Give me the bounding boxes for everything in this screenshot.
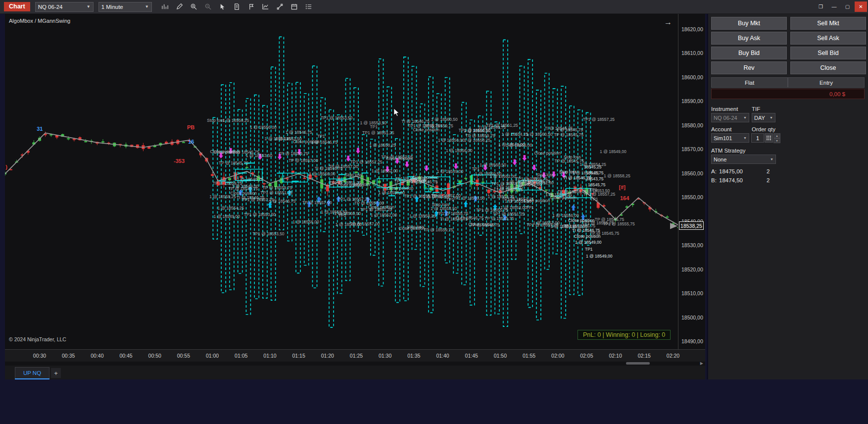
zoom-in-icon[interactable] xyxy=(188,1,200,12)
chart-trader-panel: Buy Mkt Sell Mkt Buy Ask Sell Ask Buy Bi… xyxy=(707,14,868,379)
instrument-dropdown[interactable]: NQ 06-24▼ xyxy=(711,113,749,122)
buy-mkt-button[interactable]: Buy Mkt xyxy=(711,17,787,30)
price-tick: 18570,00 xyxy=(681,146,703,152)
h-scrollbar-thumb[interactable] xyxy=(626,362,650,365)
instrument-select[interactable]: NQ 06-24 ▼ xyxy=(35,2,94,12)
window-maximize-icon[interactable]: ▢ xyxy=(841,1,854,12)
buy-ask-button[interactable]: Buy Ask xyxy=(711,32,787,45)
price-axis[interactable]: 18538,25 18620,0018610,0018600,0018590,0… xyxy=(678,14,705,349)
svg-text:Close position: Close position xyxy=(398,226,425,231)
cursor-tool-icon[interactable] xyxy=(216,1,229,12)
drawing-line-icon[interactable] xyxy=(274,1,286,12)
svg-text:1 @ 18552,00: 1 @ 18552,00 xyxy=(371,212,397,217)
current-price-label: 18538,25 xyxy=(679,221,704,230)
bid-price: 18474,50 xyxy=(719,177,743,183)
svg-text:TP1 @ 18555,75: TP1 @ 18555,75 xyxy=(408,123,440,128)
svg-text:TP1 @ 18553,50: TP1 @ 18553,50 xyxy=(453,196,485,201)
ask-price: 18475,00 xyxy=(719,168,743,174)
window-minimize-icon[interactable]: — xyxy=(828,1,840,12)
time-tick: 01:50 xyxy=(494,353,507,359)
time-axis[interactable]: 00:3000:3500:4000:4500:5000:5501:0001:05… xyxy=(5,349,705,362)
svg-text:1 @ 18556,00: 1 @ 18556,00 xyxy=(292,219,319,224)
indicator-overlay-label: AlgoMbox / MGannSwing xyxy=(9,18,70,24)
svg-text:1 @ 18556,00: 1 @ 18556,00 xyxy=(309,171,336,176)
qty-spinner[interactable]: ▲▼ xyxy=(773,133,780,143)
time-tick: 01:20 xyxy=(321,353,334,359)
svg-text:TI @ 18546,75: TI @ 18546,75 xyxy=(572,228,600,233)
qty-grid-icon[interactable] xyxy=(765,133,773,143)
svg-text:TP @ 18559,75: TP @ 18559,75 xyxy=(263,185,292,190)
scroll-right-icon[interactable]: ▶ xyxy=(700,361,703,366)
collapse-arrow-icon[interactable]: → xyxy=(664,18,672,27)
indicators-icon[interactable] xyxy=(259,1,272,12)
flat-indicator[interactable]: Flat xyxy=(711,77,788,88)
account-dropdown-value: Sim101 xyxy=(714,135,732,141)
svg-text:TP1 @ 18553,50: TP1 @ 18553,50 xyxy=(321,115,353,120)
svg-text:TP1: TP1 xyxy=(317,134,325,139)
svg-text:Close position: Close position xyxy=(524,198,550,203)
properties-list-icon[interactable] xyxy=(302,1,315,12)
svg-text:TP1 @ 18553,50: TP1 @ 18553,50 xyxy=(244,212,276,217)
svg-text:TP @ 18559,75: TP @ 18559,75 xyxy=(466,133,495,138)
sell-ask-button[interactable]: Sell Ask xyxy=(790,32,866,45)
toolbar-icons xyxy=(159,1,315,12)
time-tick: 00:30 xyxy=(33,353,46,359)
svg-text:1 @ 18549,00: 1 @ 18549,00 xyxy=(575,240,602,245)
svg-text:1 @ 18549,00: 1 @ 18549,00 xyxy=(586,254,613,259)
window-close-icon[interactable]: ✕ xyxy=(855,1,867,12)
sessions-icon[interactable] xyxy=(288,1,300,12)
buy-bid-button[interactable]: Buy Bid xyxy=(711,47,787,59)
chart-menu-button[interactable]: Chart xyxy=(4,2,30,11)
svg-text:Close position: Close position xyxy=(386,156,413,161)
sell-mkt-button[interactable]: Sell Mkt xyxy=(790,17,866,30)
h-scrollbar: ▶ xyxy=(5,362,705,366)
chevron-down-icon: ▼ xyxy=(770,158,773,161)
svg-text:1 @ 18554,25: 1 @ 18554,25 xyxy=(217,206,244,211)
svg-text:1 @ 18560,50: 1 @ 18560,50 xyxy=(431,117,458,122)
chart-area[interactable]: Close positionTP11 @ 18549,00TI @ 18546,… xyxy=(5,14,678,349)
time-tick: 01:45 xyxy=(465,353,478,359)
tif-dropdown-value: DAY xyxy=(754,115,765,121)
time-tick: 00:50 xyxy=(148,353,161,359)
svg-text:Close position: Close position xyxy=(368,205,395,210)
svg-text:TP1 @ 18551,25: TP1 @ 18551,25 xyxy=(362,130,394,135)
instrument-dropdown-value: NQ 06-24 xyxy=(714,115,737,121)
svg-text:1 @ 18558,25: 1 @ 18558,25 xyxy=(223,118,249,123)
sell-bid-button[interactable]: Sell Bid xyxy=(790,47,866,59)
draw-tool-icon[interactable] xyxy=(173,1,186,12)
snapshot-icon[interactable] xyxy=(245,1,257,12)
close-position-button[interactable]: Close xyxy=(790,61,866,74)
chart-style-icon[interactable] xyxy=(159,1,171,12)
entry-indicator[interactable]: Entry xyxy=(788,77,865,88)
svg-text:1 @ 18552,00: 1 @ 18552,00 xyxy=(500,205,527,210)
window-restore-icon[interactable]: ❐ xyxy=(815,1,827,12)
svg-text:16: 16 xyxy=(188,139,194,145)
qty-down-icon[interactable]: ▼ xyxy=(773,138,780,143)
price-tick: 18490,00 xyxy=(681,338,703,344)
ask-label: A: xyxy=(711,168,717,174)
qty-up-icon[interactable]: ▲ xyxy=(773,133,780,138)
svg-text:1 @ 18556,00: 1 @ 18556,00 xyxy=(438,138,465,143)
price-tick: 18620,00 xyxy=(681,26,703,32)
svg-text:TI @ 18546,75: TI @ 18546,75 xyxy=(545,126,573,131)
price-chart-canvas[interactable]: Close positionTP11 @ 18549,00TI @ 18546,… xyxy=(5,14,678,349)
account-dropdown[interactable]: Sim101▼ xyxy=(711,133,749,143)
svg-text:1 @ 18558,25: 1 @ 18558,25 xyxy=(464,138,491,143)
atm-strategy-dropdown[interactable]: None▼ xyxy=(711,155,776,164)
reverse-button[interactable]: Rev xyxy=(711,61,787,74)
chevron-down-icon: ▼ xyxy=(743,136,747,140)
svg-text:-353: -353 xyxy=(174,158,185,164)
add-tab-button[interactable]: + xyxy=(51,368,61,378)
period-select[interactable]: 1 Minute ▼ xyxy=(98,2,152,12)
svg-text:1 @ 18554,25: 1 @ 18554,25 xyxy=(502,132,529,137)
time-tick: 02:20 xyxy=(667,353,679,359)
svg-text:TP @ 18559,75: TP @ 18559,75 xyxy=(279,151,308,156)
tif-dropdown[interactable]: DAY▼ xyxy=(752,113,775,122)
zoom-out-icon[interactable] xyxy=(202,1,214,12)
tab-up-nq[interactable]: UP NQ xyxy=(15,367,49,379)
qty-input[interactable]: 1 xyxy=(751,133,764,143)
svg-text:TP @ 18545,75: TP @ 18545,75 xyxy=(470,222,500,227)
data-box-icon[interactable] xyxy=(231,1,243,12)
time-tick: 01:35 xyxy=(407,353,420,359)
svg-text:1 @ 18546,75: 1 @ 18546,75 xyxy=(496,187,523,192)
